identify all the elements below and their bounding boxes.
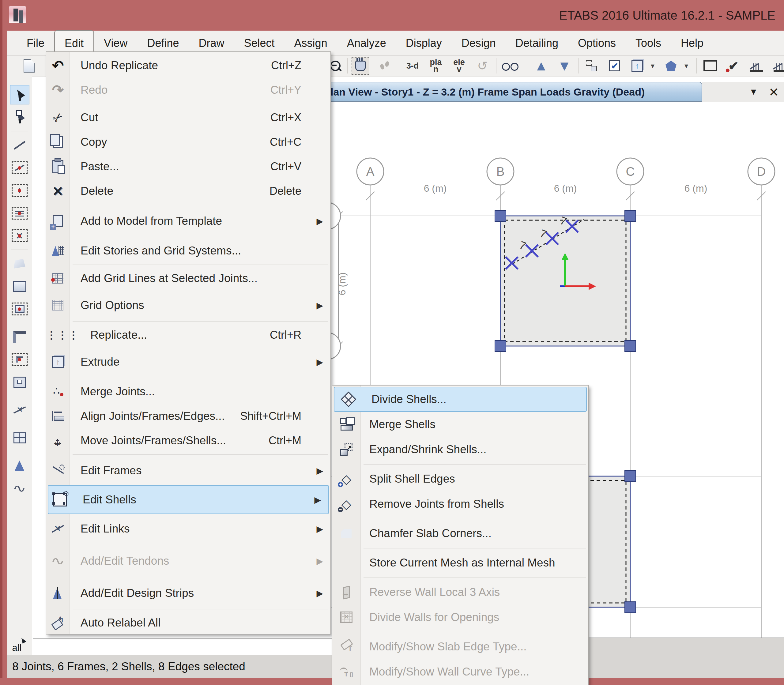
draw-wall-button[interactable]	[10, 327, 29, 347]
menu-item-add-edit-design-strips[interactable]: Add/Edit Design Strips▶	[46, 578, 330, 607]
menu-item-add-edit-tendons[interactable]: ∿Add/Edit Tendons▶	[46, 546, 330, 575]
new-file-button[interactable]	[20, 57, 38, 75]
quick-braces-button[interactable]: ✕	[10, 226, 29, 245]
view-tab[interactable]: lan View - Story1 - Z = 3.2 (m) Frame Sp…	[325, 82, 702, 102]
menu-item-extrude[interactable]: ↑Extrude▶	[46, 347, 330, 377]
perspective-button[interactable]	[501, 57, 519, 75]
menu-item-move[interactable]: Move Joints/Frames/Shells...Ctrl+M	[46, 429, 330, 453]
edit-shells-submenu: Divide Shells... Merge Shells ↗Expand/Sh…	[332, 385, 589, 685]
submenu-item-divide-shells[interactable]: Divide Shells...	[334, 387, 587, 412]
submenu-item-store-mesh[interactable]: Store Current Mesh as Internal Mesh	[332, 550, 588, 575]
edit-frames-icon	[51, 464, 65, 477]
menu-detailing[interactable]: Detailing	[506, 31, 568, 56]
extrude-dropdown[interactable]: ▾	[648, 57, 657, 75]
shading-dropdown[interactable]: ▾	[682, 57, 691, 75]
walkthrough-button[interactable]	[376, 57, 394, 75]
menu-help[interactable]: Help	[671, 31, 713, 56]
quick-shell-icon	[11, 302, 28, 315]
menu-item-replicate[interactable]: ⋮⋮⋮Replicate...Ctrl+R	[46, 323, 330, 347]
tab-close-button[interactable]: ✕	[769, 85, 779, 99]
new-file-icon	[24, 59, 35, 73]
menu-item-paste[interactable]: Paste...Ctrl+V	[46, 154, 330, 179]
quick-column-button[interactable]: I	[10, 181, 29, 200]
menu-analyze[interactable]: Analyze	[337, 31, 396, 56]
view-window-bottom-frame	[33, 638, 333, 656]
submenu-item-remove-joints[interactable]: ◇Remove Joints from Shells	[332, 492, 588, 516]
reshape-object-button[interactable]	[10, 107, 29, 127]
rubber-band-button[interactable]	[701, 57, 719, 75]
move-up-story-button[interactable]: ▲	[532, 57, 550, 75]
submenu-arrow-icon: ▶	[317, 357, 323, 367]
draw-tendon-button[interactable]: ∿	[10, 479, 29, 498]
menu-item-auto-relabel[interactable]: Auto Relabel All	[46, 610, 330, 635]
view-plan-button[interactable]: pla n	[427, 57, 445, 75]
submenu-item-split-shell-edges[interactable]: ◇Split Shell Edges	[332, 466, 588, 492]
menu-item-copy[interactable]: CopyCtrl+C	[46, 130, 330, 154]
menu-design[interactable]: Design	[452, 31, 506, 56]
draw-grid-button[interactable]	[10, 428, 29, 448]
toolbar-separator	[11, 323, 28, 323]
quick-wall-icon	[11, 353, 28, 366]
draw-design-strip-button[interactable]	[10, 456, 29, 476]
menu-item-cut[interactable]: ✂CutCtrl+X	[46, 106, 330, 130]
toolbar-separator	[11, 396, 28, 396]
draw-link-button[interactable]	[10, 400, 29, 420]
submenu-item-expand-shrink[interactable]: ↗Expand/Shrink Shells...	[332, 437, 588, 462]
menu-options[interactable]: Options	[568, 31, 626, 56]
menu-tools[interactable]: Tools	[626, 31, 671, 56]
submenu-item-chamfer-corners[interactable]: Chamfer Slab Corners...	[332, 521, 588, 546]
quick-shell-button[interactable]	[10, 299, 29, 319]
menu-item-add-grid-lines[interactable]: Add Grid Lines at Selected Joints...	[46, 266, 330, 291]
submenu-item-divide-walls[interactable]: Divide Walls for Openings	[332, 605, 588, 630]
menu-item-add-from-template[interactable]: Add to Model from Template▶	[46, 206, 330, 235]
design-strip-icon	[52, 587, 64, 599]
view-elevation-button[interactable]: ele v	[450, 57, 468, 75]
menu-separator	[46, 453, 330, 456]
select-previous-icon	[586, 60, 597, 71]
dimension-button[interactable]	[748, 57, 766, 75]
select-all-button[interactable]: ✔	[606, 57, 623, 75]
draw-shell-rect-button[interactable]	[10, 276, 29, 296]
submenu-item-modify-slab-edge[interactable]: Modify/Show Slab Edge Type...	[332, 634, 588, 659]
submenu-item-merge-shells[interactable]: Merge Shells	[332, 412, 588, 437]
menu-item-edit-shells[interactable]: Edit Shells▶	[48, 485, 329, 514]
object-shading-button[interactable]	[662, 57, 680, 75]
menu-display[interactable]: Display	[396, 31, 452, 56]
all-stories-button[interactable]: all	[8, 638, 26, 653]
elevation-view-icon: ele v	[453, 59, 465, 73]
quick-secondary-beams-button[interactable]	[10, 203, 29, 223]
menu-item-delete[interactable]: ✕DeleteDelete	[46, 179, 330, 203]
rotate-view-button[interactable]: ↺	[474, 57, 491, 75]
move-down-story-button[interactable]: ▼	[555, 57, 573, 75]
menu-separator	[46, 263, 330, 266]
draw-shell-poly-button[interactable]	[10, 254, 29, 273]
draw-opening-button[interactable]	[10, 372, 29, 392]
menu-item-align[interactable]: Align Joints/Frames/Edges...Shift+Ctrl+M	[46, 404, 330, 429]
menu-item-redo[interactable]: ↷RedoCtrl+Y	[46, 78, 330, 102]
menu-item-edit-links[interactable]: Edit Links▶	[46, 514, 330, 543]
menu-separator	[46, 575, 330, 578]
draw-beam-button[interactable]	[10, 135, 29, 155]
submenu-item-reverse-wall-axis[interactable]: Reverse Wall Local 3 Axis	[332, 579, 588, 605]
walkthrough-icon	[380, 61, 390, 70]
view-3d-button[interactable]: 3-d	[404, 57, 421, 75]
chevron-down-icon: ▾	[751, 85, 756, 97]
menu-item-merge-joints[interactable]: Merge Joints...	[46, 380, 330, 404]
submenu-item-modify-wall-curve[interactable]: Modify/Show Wall Curve Type...	[332, 659, 588, 684]
extrude-view-button[interactable]: ↑	[628, 57, 646, 75]
extrude-icon: ↑	[52, 356, 64, 368]
select-previous-button[interactable]	[583, 57, 600, 75]
quick-wall-button[interactable]	[10, 350, 29, 369]
reshape-check-button[interactable]: ✔	[725, 57, 742, 75]
tab-dropdown-button[interactable]: ▾	[751, 85, 756, 97]
menu-item-undo[interactable]: ↶Undo ReplicateCtrl+Z	[46, 53, 330, 78]
menu-item-edit-stories[interactable]: Edit Stories and Grid Systems...	[46, 239, 330, 263]
pan-button[interactable]	[352, 57, 369, 75]
selected-shell-upper[interactable]: 7 7 7	[495, 210, 636, 352]
pointer-select-button[interactable]	[10, 85, 29, 104]
draw-toolbar: I ✕ ∿	[7, 76, 32, 655]
menu-item-grid-options[interactable]: Grid Options▶	[46, 291, 330, 320]
dimension-alt-button[interactable]	[771, 57, 784, 75]
menu-item-edit-frames[interactable]: Edit Frames▶	[46, 456, 330, 485]
quick-beam-button[interactable]	[10, 158, 29, 178]
